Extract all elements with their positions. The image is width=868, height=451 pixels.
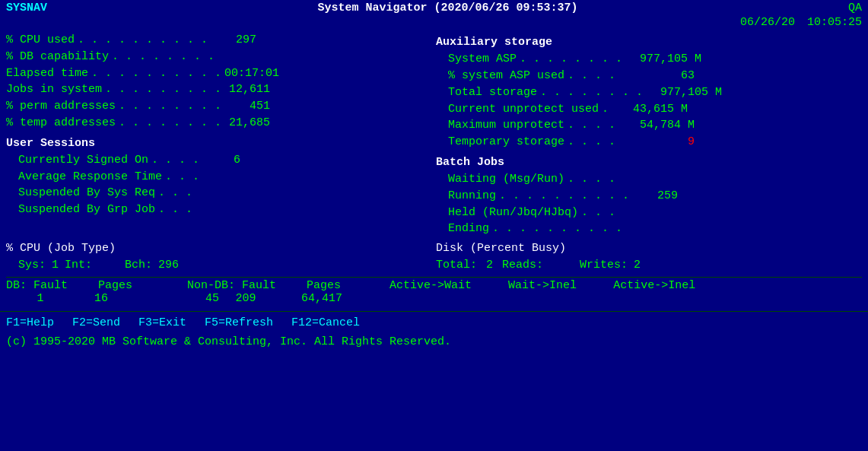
currently-signed-on-row: Currently Signed On . . . . 6 [18,152,436,169]
disk-title: Disk (Percent Busy) [436,240,566,257]
copyright-row: (c) 1995-2020 MB Software & Consulting, … [0,332,868,351]
perm-addr-label: % perm addresses [6,98,116,115]
currently-signed-on-label: Currently Signed On [18,152,148,169]
nondb-pages-label: Pages [307,279,341,292]
user-sessions-title: User Sessions [6,135,436,152]
perm-addr-row: % perm addresses . . . . . . . . 451 [6,98,436,115]
key-f12[interactable]: F12=Cancel [291,316,360,329]
sys-label: Sys: [18,257,46,274]
int-label: Int: [65,257,92,274]
db-cap-dots: . . . . . . . . [112,49,215,65]
cpu-job-section: % CPU (Job Type) Sys: 1 Int: Bch: 296 [6,240,436,274]
ending-label: Ending [448,221,489,237]
disk-values-row: Total: 2 Reads: Writes: 2 [436,257,862,274]
disk-total-value: 2 [486,257,493,274]
temp-addr-dots: . . . . . . . . [119,115,221,132]
suspended-grp-job-row: Suspended By Grp Job . . . [18,202,436,218]
nondb-label: Non-DB: Fault [187,279,276,292]
disk-reads-label: Reads: [502,257,543,274]
header-time: 10:05:25 [807,16,862,29]
max-unprotect-label: Maximum unprotect [448,117,564,134]
max-unprotect-value: 54,784 M [618,117,695,134]
perm-addr-dots: . . . . . . . . [119,98,221,115]
temp-addr-value: 21,685 [224,115,270,132]
avg-response-row: Average Response Time . . . [18,169,436,186]
temp-storage-row: Temporary storage . . . . 9 [448,134,862,151]
active-inel-label: Active->Inel [613,279,695,292]
disk-writes-label: Writes: [580,257,628,274]
temp-addr-label: % temp addresses [6,115,116,132]
elapsed-time-value: 00:17:01 [224,65,279,82]
temp-addr-row: % temp addresses . . . . . . . . 21,685 [6,115,436,132]
db-pages-label: Pages [98,279,132,292]
db-fault-value: 1 [6,292,75,305]
current-unprotect-value: 43,615 M [612,101,688,118]
currently-signed-on-value: 6 [202,152,240,169]
copyright-text: (c) 1995-2020 MB Software & Consulting, … [6,335,451,348]
right-panel: Auxiliary storage System ASP . . . . . .… [436,32,862,237]
active-wait-label: Active->Wait [389,279,472,292]
suspended-sys-req-row: Suspended By Sys Req . . . [18,185,436,202]
running-label: Running [448,188,496,205]
cpu-job-values-row: Sys: 1 Int: Bch: 296 [6,257,436,274]
total-storage-value: 977,105 M [646,84,722,101]
temp-storage-label: Temporary storage [448,134,564,151]
auxiliary-storage-title: Auxiliary storage [436,33,862,51]
db-cap-row: % DB capability . . . . . . . . [6,49,436,65]
header-title: System Navigator (2020/06/26 09:53:37) [47,2,848,14]
db-cap-label: % DB capability [6,49,109,65]
suspended-grp-job-label: Suspended By Grp Job [18,202,155,218]
waiting-row: Waiting (Msg/Run) . . . . [448,171,862,188]
elapsed-time-label: Elapsed time [6,65,88,82]
running-row: Running . . . . . . . . . . 259 [448,188,862,205]
current-unprotect-label: Current unprotect used [448,101,599,118]
disk-title-row: Disk (Percent Busy) [436,240,862,257]
key-f2[interactable]: F2=Send [72,316,120,329]
active-inel-value [447,292,523,305]
system-asp-used-row: % system ASP used . . . . 63 [448,68,862,84]
jobs-in-system-dots: . . . . . . . . . [105,81,221,98]
cpu-job-title-row: % CPU (Job Type) [6,240,436,257]
system-asp-label: System ASP [448,51,517,68]
int-value [98,257,119,274]
footer-keys: F1=Help F2=Send F3=Exit F5=Refresh F12=C… [0,312,868,332]
cpu-used-label: % CPU used [6,32,75,49]
total-storage-label: Total storage [448,84,537,101]
jobs-in-system-label: Jobs in system [6,81,102,98]
app-name: SYSNAV [6,2,47,14]
system-asp-value: 977,105 M [625,51,701,68]
system-asp-row: System ASP . . . . . . . . 977,105 M [448,51,862,68]
active-wait-value: 64,417 [272,292,371,305]
db-header-row: DB: Fault Pages Non-DB: Fault Pages Acti… [0,278,868,292]
key-f3[interactable]: F3=Exit [138,316,186,329]
held-label: Held (Run/Jbq/HJbq) [448,205,578,221]
db-pages-value: 16 [75,292,128,305]
cpu-used-row: % CPU used . . . . . . . . . . 297 [6,32,436,49]
elapsed-time-dots: . . . . . . . . . . [91,65,221,82]
sys-value: 1 [52,257,59,274]
jobs-in-system-row: Jobs in system . . . . . . . . . 12,611 [6,81,436,98]
elapsed-time-row: Elapsed time . . . . . . . . . . 00:17:0… [6,65,436,82]
key-f5[interactable]: F5=Refresh [205,316,273,329]
header-env: QA [848,2,862,14]
db-values-row: 1 16 45 209 64,417 [0,292,868,305]
running-value: 259 [632,188,678,205]
cpu-used-value: 297 [211,32,256,49]
held-row: Held (Run/Jbq/HJbq) . . . [448,205,862,221]
total-storage-row: Total storage . . . . . . . . 977,105 M [448,84,862,101]
system-asp-used-value: 63 [618,68,695,84]
key-f1[interactable]: F1=Help [6,316,54,329]
main-screen: SYSNAV System Navigator (2020/06/26 09:5… [0,0,868,451]
bch-value: 296 [158,257,179,274]
current-unprotect-row: Current unprotect used . 43,615 M [448,101,862,118]
suspended-sys-req-label: Suspended By Sys Req [18,185,155,202]
avg-response-label: Average Response Time [18,169,162,186]
nondb-pages-value: 209 [219,292,272,305]
batch-jobs-title: Batch Jobs [436,154,862,171]
disk-total-label: Total: [436,257,477,274]
db-fault-label: DB: Fault [6,279,68,292]
wait-inel-label: Wait->Inel [508,279,577,292]
cpu-used-dots: . . . . . . . . . . [78,32,208,49]
ending-row: Ending . . . . . . . . . . [448,221,862,237]
cpu-job-title: % CPU (Job Type) [6,240,116,257]
